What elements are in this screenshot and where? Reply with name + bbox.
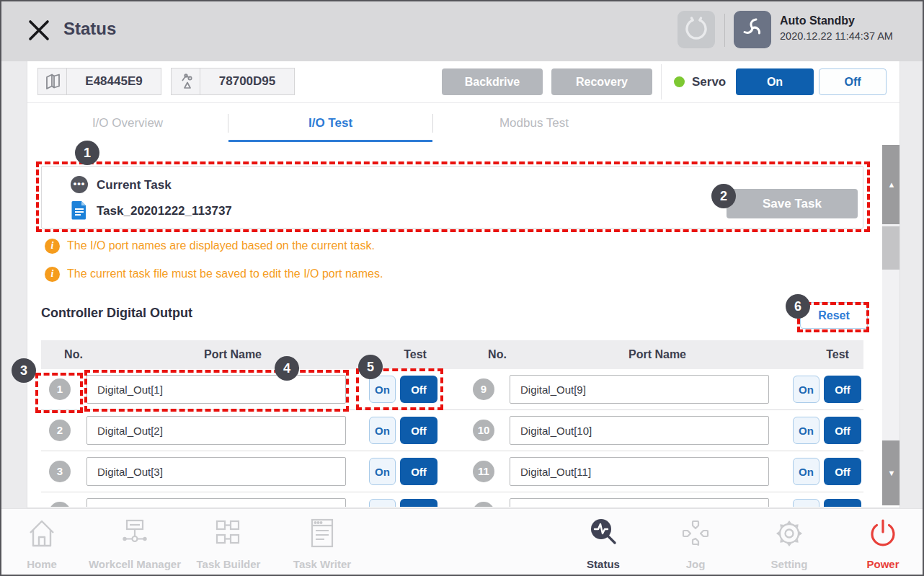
current-task-name: Task_20201222_113737 (97, 204, 232, 218)
reset-button[interactable]: Reset (800, 302, 868, 329)
port-name-input[interactable] (510, 498, 769, 507)
test-off-button[interactable]: Off (400, 376, 437, 403)
port-number (49, 502, 71, 507)
servo-off-button[interactable]: Off (819, 68, 887, 95)
vertical-scrollbar: ▲ ▼ (882, 145, 899, 505)
auto-mode-swirl-icon (739, 15, 765, 44)
test-on-button[interactable]: On (793, 499, 819, 507)
col-port-name: Port Name (128, 340, 338, 369)
info-icon: i (45, 267, 60, 282)
col-no: No. (479, 340, 515, 369)
workcell-manager-icon (117, 516, 152, 554)
test-on-button[interactable]: On (793, 417, 819, 444)
test-off-button[interactable]: Off (824, 376, 861, 403)
task-file-icon (71, 200, 87, 223)
tab-io-overview[interactable]: I/O Overview (27, 103, 228, 143)
port-name-input[interactable] (86, 457, 346, 486)
scroll-up-button[interactable]: ▲ (882, 145, 899, 224)
io-table-header: No. Port Name Test No. Port Name Test (41, 340, 863, 369)
save-task-button[interactable]: Save Task (727, 189, 858, 218)
test-off-button[interactable]: Off (824, 499, 861, 507)
test-on-button[interactable]: On (369, 417, 396, 444)
task-writer-icon (305, 516, 339, 554)
test-on-button[interactable]: On (369, 458, 396, 485)
io-row: 1 On Off 9 On Off (27, 369, 879, 409)
port-name-input[interactable] (86, 498, 346, 507)
current-task-panel: ••• Current Task Task_20201222_113737 Sa… (41, 166, 863, 229)
test-on-button[interactable]: On (793, 458, 819, 485)
port-number: 9 (473, 378, 494, 400)
section-title: Controller Digital Output (41, 306, 192, 321)
nav-workcell-manager[interactable]: Workcell Manager (88, 516, 182, 570)
test-off-button[interactable]: Off (400, 458, 437, 485)
col-test: Test (386, 340, 444, 369)
tab-modbus-test[interactable]: Modbus Test (433, 103, 635, 143)
ellipsis-icon: ••• (71, 176, 88, 193)
col-no: No. (55, 340, 92, 369)
nav-task-writer[interactable]: Task Writer (275, 516, 369, 570)
nav-task-builder[interactable]: Task Builder (182, 516, 275, 570)
port-name-input[interactable] (86, 375, 346, 404)
info-icon: i (45, 239, 60, 254)
power-icon (866, 516, 900, 554)
notice-text: The I/O port names are displayed based o… (67, 239, 375, 252)
bottom-navigation: Home Workcell Manager Task Builder Task … (1, 508, 924, 576)
nav-jog[interactable]: Jog (649, 516, 742, 570)
scrollbar-thumb[interactable] (882, 226, 899, 270)
close-icon[interactable] (26, 17, 52, 43)
task-builder-icon (211, 516, 246, 554)
jog-dpad-icon (678, 516, 713, 554)
backdrive-button[interactable]: Backdrive (442, 68, 543, 95)
port-number: 1 (49, 378, 71, 400)
notice-text: The current task file must be saved to e… (67, 267, 383, 280)
servo-on-button[interactable]: On (736, 68, 814, 95)
controller-id-value: E48445E9 (67, 68, 161, 94)
mode-timestamp: 2020.12.22 11:44:37 AM (780, 30, 893, 42)
col-port-name: Port Name (552, 340, 763, 369)
current-task-label: Current Task (97, 178, 172, 192)
nav-power[interactable]: Power (836, 516, 924, 570)
notice-row: i The I/O port names are displayed based… (45, 239, 375, 254)
test-off-button[interactable]: Off (824, 417, 861, 444)
page-title: Status (63, 19, 116, 39)
recovery-button[interactable]: Recovery (551, 68, 652, 95)
main-panel: E48445E9 78700D95 Backdrive Recovery Ser… (27, 61, 900, 508)
refresh-button[interactable] (678, 11, 715, 48)
port-number: 3 (49, 461, 71, 482)
status-toolbar: E48445E9 78700D95 Backdrive Recovery Ser… (27, 61, 899, 102)
status-tabs: I/O Overview I/O Test Modbus Test (27, 102, 899, 142)
auto-mode-button[interactable] (734, 11, 771, 48)
port-name-input[interactable] (86, 416, 346, 445)
notice-row: i The current task file must be saved to… (45, 267, 383, 282)
servo-label: Servo (692, 75, 726, 89)
port-name-input[interactable] (510, 375, 769, 404)
controller-id-field: E48445E9 (37, 68, 161, 95)
nav-status[interactable]: Status (556, 516, 650, 570)
mode-label: Auto Standby (780, 14, 893, 27)
robot-id-value: 78700D95 (200, 68, 294, 94)
test-off-button[interactable]: Off (400, 499, 437, 507)
test-on-button[interactable]: On (369, 499, 396, 507)
io-test-content: ••• Current Task Task_20201222_113737 Sa… (27, 142, 899, 507)
test-on-button[interactable]: On (369, 376, 396, 403)
top-bar: Status Auto Standby 2020.12.22 11:44:37 … (1, 1, 924, 61)
tab-io-test[interactable]: I/O Test (228, 103, 432, 143)
nav-setting[interactable]: Setting (742, 516, 836, 570)
robot-arm-icon (172, 68, 200, 94)
port-number: 11 (473, 461, 494, 482)
home-icon (25, 516, 59, 554)
servo-status-dot (674, 76, 685, 87)
test-off-button[interactable]: Off (400, 417, 437, 444)
test-on-button[interactable]: On (793, 376, 819, 403)
mode-status: Auto Standby 2020.12.22 11:44:37 AM (780, 14, 893, 42)
status-screen: Status Auto Standby 2020.12.22 11:44:37 … (0, 0, 924, 576)
nav-home[interactable]: Home (0, 516, 89, 570)
topbar-divider (724, 14, 725, 47)
test-off-button[interactable]: Off (824, 458, 861, 485)
port-name-input[interactable] (510, 416, 769, 445)
col-test: Test (809, 340, 866, 369)
status-pulse-icon (586, 516, 621, 554)
port-name-input[interactable] (510, 457, 769, 486)
controller-icon (38, 68, 67, 94)
scroll-down-button[interactable]: ▼ (882, 440, 899, 505)
